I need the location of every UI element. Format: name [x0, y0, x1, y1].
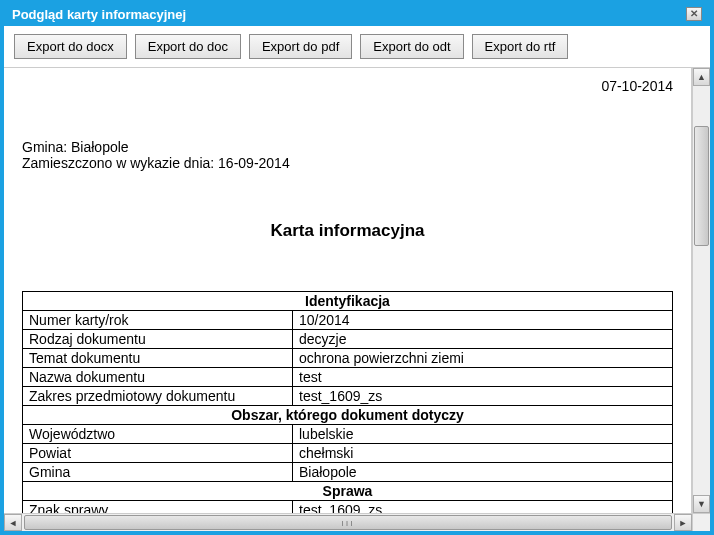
section-obszar: Obszar, którego dokument dotyczy	[23, 406, 673, 425]
field-label: Gmina	[23, 463, 293, 482]
field-value: chełmski	[293, 444, 673, 463]
close-icon: ✕	[690, 9, 698, 19]
field-value: test	[293, 368, 673, 387]
field-value: lubelskie	[293, 425, 673, 444]
close-button[interactable]: ✕	[686, 7, 702, 21]
posted-value: 16-09-2014	[218, 155, 290, 171]
info-table: Identyfikacja Numer karty/rok 10/2014 Ro…	[22, 291, 673, 513]
vertical-scrollbar[interactable]: ▲ ▼	[692, 68, 710, 513]
vscroll-thumb[interactable]	[694, 126, 709, 246]
field-value: 10/2014	[293, 311, 673, 330]
export-rtf-button[interactable]: Export do rtf	[472, 34, 569, 59]
field-label: Temat dokumentu	[23, 349, 293, 368]
scroll-right-button[interactable]: ►	[674, 514, 692, 531]
table-row: Województwo lubelskie	[23, 425, 673, 444]
gmina-label: Gmina:	[22, 139, 67, 155]
vscroll-track[interactable]	[693, 86, 710, 495]
posted-label: Zamieszczono w wykazie dnia:	[22, 155, 214, 171]
table-row: Gmina Białopole	[23, 463, 673, 482]
chevron-right-icon: ►	[679, 518, 688, 528]
scrollbar-corner	[692, 513, 710, 531]
field-value: test_1609_zs	[293, 387, 673, 406]
titlebar: Podgląd karty informacyjnej ✕	[4, 4, 710, 26]
section-sprawa: Sprawa	[23, 482, 673, 501]
field-value: test_1609_zs	[293, 501, 673, 514]
horizontal-scrollbar[interactable]: ◄ ııı ►	[4, 513, 692, 531]
field-label: Rodzaj dokumentu	[23, 330, 293, 349]
table-row: Numer karty/rok 10/2014	[23, 311, 673, 330]
field-label: Województwo	[23, 425, 293, 444]
export-toolbar: Export do docx Export do doc Export do p…	[4, 26, 710, 68]
hscroll-track[interactable]: ııı	[22, 514, 674, 531]
content-area: 07-10-2014 Gmina: Białopole Zamieszczono…	[4, 68, 710, 531]
export-docx-button[interactable]: Export do docx	[14, 34, 127, 59]
posted-line: Zamieszczono w wykazie dnia: 16-09-2014	[22, 155, 673, 171]
gmina-line: Gmina: Białopole	[22, 139, 673, 155]
chevron-up-icon: ▲	[697, 72, 706, 82]
field-value: Białopole	[293, 463, 673, 482]
gmina-value: Białopole	[71, 139, 129, 155]
document-viewport[interactable]: 07-10-2014 Gmina: Białopole Zamieszczono…	[4, 68, 692, 513]
table-row: Znak sprawy test_1609_zs	[23, 501, 673, 514]
field-label: Numer karty/rok	[23, 311, 293, 330]
field-label: Zakres przedmiotowy dokumentu	[23, 387, 293, 406]
document-heading: Karta informacyjna	[22, 221, 673, 241]
export-doc-button[interactable]: Export do doc	[135, 34, 241, 59]
field-value: ochrona powierzchni ziemi	[293, 349, 673, 368]
section-identyfikacja: Identyfikacja	[23, 292, 673, 311]
window-title: Podgląd karty informacyjnej	[12, 7, 186, 22]
field-label: Powiat	[23, 444, 293, 463]
document-content: 07-10-2014 Gmina: Białopole Zamieszczono…	[4, 68, 691, 513]
chevron-down-icon: ▼	[697, 499, 706, 509]
chevron-left-icon: ◄	[9, 518, 18, 528]
preview-window: Podgląd karty informacyjnej ✕ Export do …	[0, 0, 714, 535]
table-row: Temat dokumentu ochrona powierzchni ziem…	[23, 349, 673, 368]
document-date: 07-10-2014	[22, 78, 673, 94]
field-label: Znak sprawy	[23, 501, 293, 514]
table-row: Zakres przedmiotowy dokumentu test_1609_…	[23, 387, 673, 406]
scroll-up-button[interactable]: ▲	[693, 68, 710, 86]
hscroll-thumb[interactable]: ııı	[24, 515, 672, 530]
field-label: Nazwa dokumentu	[23, 368, 293, 387]
table-row: Powiat chełmski	[23, 444, 673, 463]
export-odt-button[interactable]: Export do odt	[360, 34, 463, 59]
field-value: decyzje	[293, 330, 673, 349]
export-pdf-button[interactable]: Export do pdf	[249, 34, 352, 59]
table-row: Nazwa dokumentu test	[23, 368, 673, 387]
table-row: Rodzaj dokumentu decyzje	[23, 330, 673, 349]
scroll-left-button[interactable]: ◄	[4, 514, 22, 531]
scroll-down-button[interactable]: ▼	[693, 495, 710, 513]
